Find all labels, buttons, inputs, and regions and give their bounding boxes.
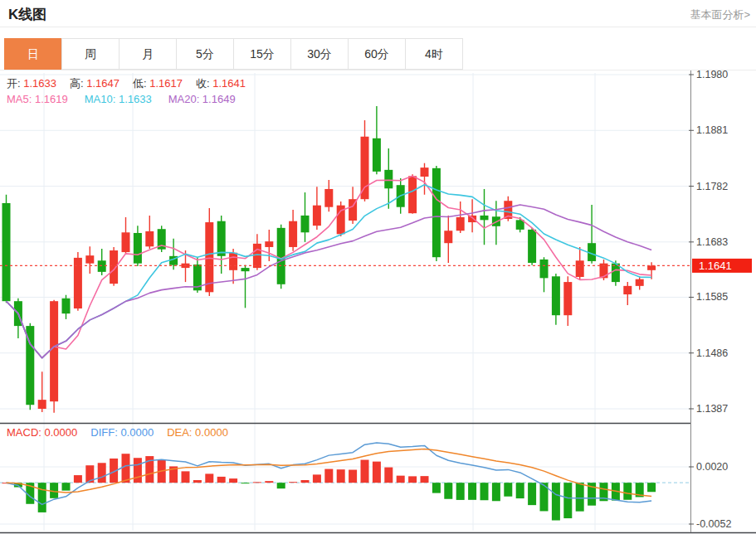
candle-body xyxy=(563,282,572,315)
macd-tick-label: -0.0052 xyxy=(696,518,731,530)
macd-bar xyxy=(205,473,213,483)
macd-bar xyxy=(373,462,381,483)
legend-item: 收: 1.1641 xyxy=(196,77,246,90)
candle-body xyxy=(623,286,632,294)
candle-body xyxy=(38,400,46,409)
candle-body xyxy=(528,230,536,263)
macd-bar xyxy=(528,483,536,505)
candle-body xyxy=(480,216,489,220)
legend-label: 开: xyxy=(7,77,21,90)
macd-bar xyxy=(349,470,357,483)
last-price-badge: 1.1641 xyxy=(692,259,752,273)
macd-bar xyxy=(623,483,632,500)
candle-body xyxy=(301,216,310,232)
page-title: K线图 xyxy=(8,5,46,24)
candle-body xyxy=(421,167,429,177)
price-tick-label: 1.1486 xyxy=(696,347,728,359)
macd-bar xyxy=(122,454,130,483)
tab-月[interactable]: 月 xyxy=(119,38,177,70)
candle-body xyxy=(145,231,154,246)
candle-body xyxy=(313,206,321,226)
kline-app: { "header": { "title": "K线图", "link_labe… xyxy=(0,0,756,534)
legend-value: 1.1647 xyxy=(84,77,119,90)
candle-body xyxy=(85,255,94,264)
tab-周[interactable]: 周 xyxy=(61,38,119,70)
legend-label: MA10: xyxy=(85,93,116,105)
tab-30分[interactable]: 30分 xyxy=(290,38,349,70)
candle-body xyxy=(373,138,381,172)
candle-body xyxy=(122,232,130,252)
macd-bar xyxy=(289,482,297,483)
tab-5分[interactable]: 5分 xyxy=(176,38,234,70)
tab-4时[interactable]: 4时 xyxy=(405,38,463,70)
legend-value: 1.1617 xyxy=(147,77,183,90)
macd-bar xyxy=(265,481,273,483)
price-tick-label: 1.1683 xyxy=(696,236,728,248)
tabs-divider xyxy=(0,70,756,70)
fundamental-analysis-link[interactable]: 基本面分析> xyxy=(690,7,750,22)
candle-body xyxy=(134,233,142,264)
macd-bar xyxy=(229,478,237,483)
legend-value: 0.0000 xyxy=(41,426,77,439)
candle-body xyxy=(217,221,226,256)
macd-bar xyxy=(480,483,489,500)
price-axis: 1.19801.18811.17821.16831.15851.14861.13… xyxy=(689,69,728,415)
legend-label: 高: xyxy=(70,77,84,90)
macd-bar xyxy=(492,483,500,501)
macd-bar xyxy=(134,458,142,483)
macd-bar xyxy=(301,480,310,483)
legend-item: MA20: 1.1649 xyxy=(168,93,236,105)
macd-bar xyxy=(384,468,393,483)
candle-body xyxy=(576,260,584,277)
macd-bar xyxy=(241,483,250,483)
candle-body xyxy=(408,176,417,213)
legend-label: 收: xyxy=(196,77,210,90)
candle-body xyxy=(289,221,297,247)
macd-bar xyxy=(337,469,345,483)
legend-item: DIFF: 0.0000 xyxy=(90,426,154,439)
tab-日[interactable]: 日 xyxy=(4,38,62,70)
macd-bar xyxy=(647,483,656,492)
macd-bar xyxy=(444,483,452,499)
macd-bar xyxy=(552,483,560,520)
macd-bar xyxy=(50,483,58,498)
legend-value: 1.1619 xyxy=(32,93,67,105)
macd-bar xyxy=(253,482,261,483)
legend-label: 低: xyxy=(133,77,147,90)
candle-body xyxy=(361,137,369,199)
legend-value: 1.1633 xyxy=(115,93,151,105)
candle-body xyxy=(205,222,213,292)
macd-bar xyxy=(74,475,82,483)
macd-bar xyxy=(277,483,285,488)
tab-60分[interactable]: 60分 xyxy=(348,38,406,70)
macd-bar xyxy=(468,483,476,500)
macd-bar xyxy=(563,483,572,518)
legend-item: 高: 1.1647 xyxy=(70,77,119,90)
legend-label: DEA: xyxy=(167,426,192,439)
period-tabs: 日周月5分15分30分60分4时 xyxy=(4,38,463,70)
candle-body xyxy=(384,170,393,188)
candle-body xyxy=(277,228,285,284)
macd-bar xyxy=(182,471,190,483)
grid xyxy=(0,73,690,531)
candle-body xyxy=(50,301,58,401)
candle-body xyxy=(241,268,250,271)
ohlc-legend: 开: 1.1633高: 1.1647低: 1.1617收: 1.1641 xyxy=(7,76,259,91)
legend-value: 1.1633 xyxy=(21,77,56,90)
macd-bar xyxy=(456,483,465,500)
macd-bar xyxy=(38,483,46,512)
candle-body xyxy=(265,241,273,247)
legend-value: 0.0000 xyxy=(192,426,227,439)
macd-bar xyxy=(576,483,584,511)
candle-body xyxy=(552,276,560,315)
macd-bar xyxy=(361,460,369,483)
legend-value: 1.1649 xyxy=(199,93,235,105)
tab-15分[interactable]: 15分 xyxy=(233,38,291,70)
macd-bar xyxy=(432,483,441,493)
macd-bar xyxy=(397,476,405,483)
macd-bar xyxy=(98,463,106,483)
svg-text:1.1641: 1.1641 xyxy=(699,260,732,272)
candle-body xyxy=(229,253,237,270)
legend-item: 开: 1.1633 xyxy=(7,77,56,90)
candle-body xyxy=(98,260,106,272)
